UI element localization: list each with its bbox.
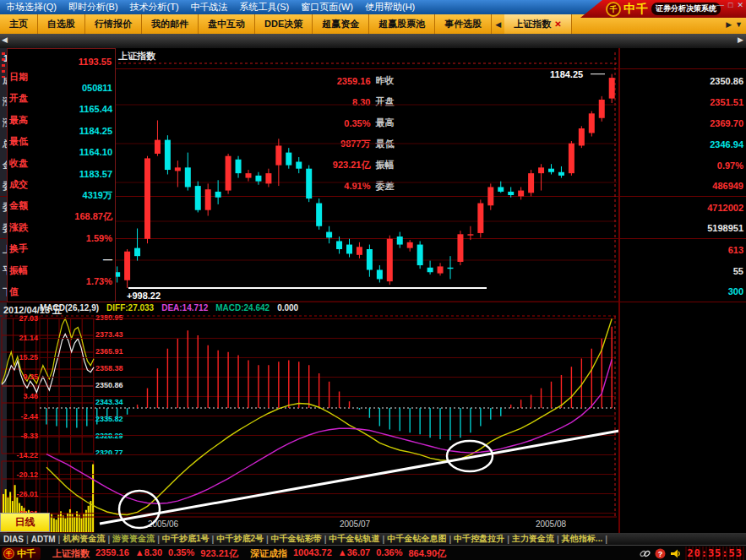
statusbar-logo-icon: 千	[3, 548, 14, 559]
macd-indicator-chart[interactable]: 27.0321.1415.259.353.46-2.44-8.33-14.22-…	[0, 302, 620, 535]
indicator-tab[interactable]: 中千金钻轨道	[329, 533, 380, 545]
indicator-tab[interactable]: ADTM	[31, 535, 56, 544]
index-value: 2359.16	[95, 547, 129, 560]
clock-display: 20:35:53	[685, 546, 744, 560]
workspace-tab[interactable]: 自选股	[38, 14, 85, 34]
tabs-dropdown-icon[interactable]: ▼	[735, 20, 743, 29]
svg-text:3.46: 3.46	[23, 392, 38, 400]
tabs-scroll-right-icon[interactable]: ▶	[726, 20, 732, 29]
ohlc-value: 1.73%	[9, 276, 112, 286]
brand-logo-icon: 千	[606, 2, 621, 17]
indicator-separator: |	[26, 535, 29, 544]
help-icon[interactable]: ?	[655, 548, 666, 559]
ohlc-value: 1165.44	[9, 104, 112, 114]
scroll-right-icon[interactable]: ▶	[738, 35, 743, 44]
indicator-tab[interactable]: 其他指标...	[562, 533, 602, 545]
period-daily-button[interactable]: 日线	[0, 513, 50, 532]
macd-dea-value: DEA:14.712	[161, 302, 208, 314]
indicator-tab[interactable]: 中千抄底2号	[216, 533, 264, 545]
ohlc-label: 涨跌	[9, 222, 112, 233]
workspace-tab[interactable]: 我的邮件	[142, 14, 199, 34]
ohlc-label: 日期	[9, 72, 112, 83]
maximize-icon[interactable]: □	[728, 1, 732, 10]
workspace-tab[interactable]: 超赢股票池	[369, 14, 435, 34]
index-value: 10043.72	[293, 547, 332, 560]
index-name: 深证成指	[250, 547, 287, 560]
indicator-tab[interactable]: 中千控盘拉升	[454, 533, 504, 545]
horn-icon[interactable]	[670, 548, 681, 559]
indicator-separator: |	[449, 535, 451, 544]
workspace-tab[interactable]: 事件选股	[435, 14, 492, 34]
tab-close-icon[interactable]: ✕	[554, 19, 561, 29]
indicator-tab[interactable]: 机构资金流	[63, 533, 105, 545]
menu-item[interactable]: 窗口页面(W)	[295, 1, 359, 14]
chart-title: 上证指数	[117, 51, 156, 61]
svg-text:-14.22: -14.22	[16, 451, 38, 459]
month-label: 2005/08	[536, 519, 567, 529]
scroll-left-icon[interactable]: ◀	[2, 35, 8, 44]
index-pct: 0.35%	[168, 547, 194, 560]
statusbar-indices: 上证指数2359.16▲8.300.35%923.21亿深证成指10043.72…	[41, 547, 446, 560]
menu-item[interactable]: 系统工具(S)	[234, 1, 296, 14]
indicator-separator: |	[383, 535, 385, 544]
ohlc-data-panel: 1193.55 日期050811开盘1165.44最高1184.25最低1164…	[7, 48, 116, 302]
close-icon[interactable]: ✕	[737, 1, 743, 10]
statusbar-brand: 千 中千	[2, 547, 41, 560]
month-label: 2005/07	[340, 519, 371, 529]
menu-item[interactable]: 使用帮助(H)	[359, 1, 421, 14]
ohlc-value: 1164.10	[9, 147, 112, 157]
svg-text:-8.33: -8.33	[20, 432, 38, 440]
workspace-tab[interactable]: 超赢资金	[313, 14, 369, 34]
workspace-tab[interactable]: 主页	[0, 14, 38, 34]
ohlc-value: 050811	[9, 83, 112, 93]
indicator-tab[interactable]: 主力资金流	[512, 533, 554, 545]
indicator-separator: |	[266, 535, 269, 544]
ohlc-value: 168.87亿	[9, 211, 112, 221]
menu-item[interactable]: 市场选择(Q)	[0, 1, 63, 14]
high-price-annotation: 1184.25	[550, 69, 583, 79]
menu-item[interactable]: 技术分析(T)	[124, 1, 185, 14]
tab-scroll-left-icon[interactable]: ◀	[492, 14, 504, 34]
statusbar-right: ? 20:35:53	[640, 546, 746, 560]
indicator-separator: |	[507, 535, 509, 544]
indicator-tab[interactable]: 中千金钻全息图	[387, 533, 446, 545]
ohlc-value: 1184.25	[9, 126, 112, 136]
indicator-tab[interactable]: DIAS	[3, 535, 24, 544]
macd-zero-value: 0.000	[277, 302, 298, 314]
status-bar: 千 中千 上证指数2359.16▲8.300.35%923.21亿深证成指100…	[0, 545, 746, 560]
indicator-tab[interactable]: 中千抄底1号	[162, 533, 210, 545]
workspace-tab[interactable]: 行情报价	[85, 14, 142, 34]
statusbar-brand-name: 中千	[17, 547, 35, 560]
ohlc-label: 换手	[9, 243, 112, 254]
ohlc-label: 金额	[9, 200, 112, 211]
workspace-tab[interactable]: 盘中互动	[199, 14, 255, 34]
ohlc-value: 1.59%	[9, 233, 112, 243]
indicator-tab[interactable]: 中千金钻彩带	[271, 533, 322, 545]
ohlc-rows: 日期050811开盘1165.44最高1184.25最低1164.10收盘118…	[9, 72, 112, 297]
menu-item[interactable]: 中千战法	[185, 1, 234, 14]
index-amount: 923.21亿	[200, 547, 238, 560]
low-price-annotation: +998.22	[127, 291, 161, 301]
index-name: 上证指数	[52, 547, 90, 560]
indicator-tab-strip: DIAS|ADTM|机构资金流|游资资金流|中千抄底1号|中千抄底2号|中千金钻…	[0, 533, 746, 545]
chart-toolbar-strip: ◀ ▶	[0, 34, 746, 48]
index-change: ▲36.07	[338, 547, 370, 560]
indicator-separator: |	[212, 535, 215, 544]
workspace-tab[interactable]: DDE决策	[255, 14, 313, 34]
indicator-tab[interactable]: 游资资金流	[112, 533, 155, 545]
active-tab[interactable]: 上证指数✕	[504, 14, 571, 34]
indicator-separator: |	[107, 535, 110, 544]
minimize-icon[interactable]: —	[716, 1, 724, 10]
svg-text:-2.44: -2.44	[20, 412, 38, 421]
link-icon[interactable]	[640, 548, 651, 559]
menu-item[interactable]: 即时分析(B)	[63, 1, 124, 14]
statusbar-index[interactable]: 深证成指10043.72▲36.070.36%864.90亿	[250, 547, 446, 560]
ohlc-value: 4319万	[9, 190, 112, 200]
ohlc-label: 成交	[9, 179, 112, 190]
candles-group	[44, 74, 615, 288]
ohlc-label: 最高	[9, 115, 112, 126]
macd-params-label: MACD(26,12,9)	[40, 302, 99, 314]
indicator-separator: |	[605, 535, 607, 544]
axis-max-label: 1193.55	[79, 57, 112, 67]
statusbar-index[interactable]: 上证指数2359.16▲8.300.35%923.21亿	[52, 547, 238, 560]
